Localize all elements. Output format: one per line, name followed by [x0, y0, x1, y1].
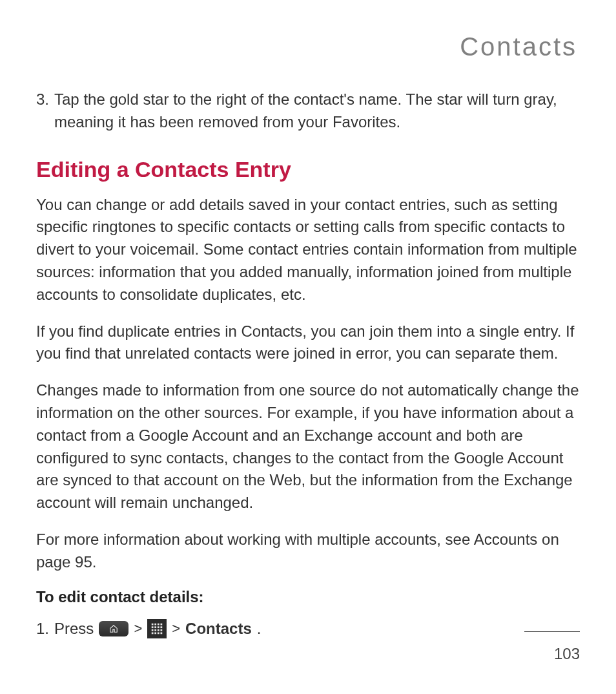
paragraph-1: You can change or add details saved in y… — [36, 194, 580, 306]
contacts-app-label: Contacts — [185, 620, 252, 638]
paragraph-4: For more information about working with … — [36, 529, 580, 574]
caret-2: > — [172, 620, 180, 637]
svg-rect-15 — [161, 632, 163, 634]
footer-rule — [524, 631, 580, 632]
list-number: 3. — [36, 89, 49, 134]
paragraph-3: Changes made to information from one sou… — [36, 379, 580, 514]
svg-rect-8 — [152, 629, 154, 631]
section-heading: Editing a Contacts Entry — [36, 157, 580, 182]
svg-rect-14 — [158, 632, 159, 634]
svg-rect-4 — [152, 626, 154, 628]
press-label: Press — [54, 620, 94, 638]
step-period: . — [257, 620, 262, 638]
caret-1: > — [134, 620, 142, 637]
svg-rect-6 — [158, 626, 159, 628]
step-number: 1. — [36, 620, 49, 638]
page-number: 103 — [554, 645, 580, 663]
svg-rect-9 — [155, 629, 157, 631]
list-text: Tap the gold star to the right of the co… — [50, 89, 580, 134]
svg-rect-10 — [158, 629, 159, 631]
svg-rect-5 — [155, 626, 157, 628]
svg-rect-11 — [161, 629, 163, 631]
paragraph-2: If you find duplicate entries in Contact… — [36, 321, 580, 366]
chapter-title: Contacts — [36, 32, 577, 61]
step-1: 1. Press > — [36, 619, 580, 638]
manual-page: Contacts 3. Tap the gold star to the rig… — [0, 0, 616, 694]
sub-heading: To edit contact details: — [36, 588, 580, 606]
svg-rect-7 — [161, 626, 163, 628]
home-key-icon — [99, 621, 128, 636]
list-item-3: 3. Tap the gold star to the right of the… — [36, 89, 580, 134]
svg-rect-12 — [152, 632, 154, 634]
svg-rect-2 — [158, 623, 159, 625]
svg-rect-3 — [161, 623, 163, 625]
svg-rect-13 — [155, 632, 157, 634]
svg-rect-0 — [152, 623, 154, 625]
apps-grid-icon — [147, 619, 167, 638]
svg-rect-1 — [155, 623, 157, 625]
